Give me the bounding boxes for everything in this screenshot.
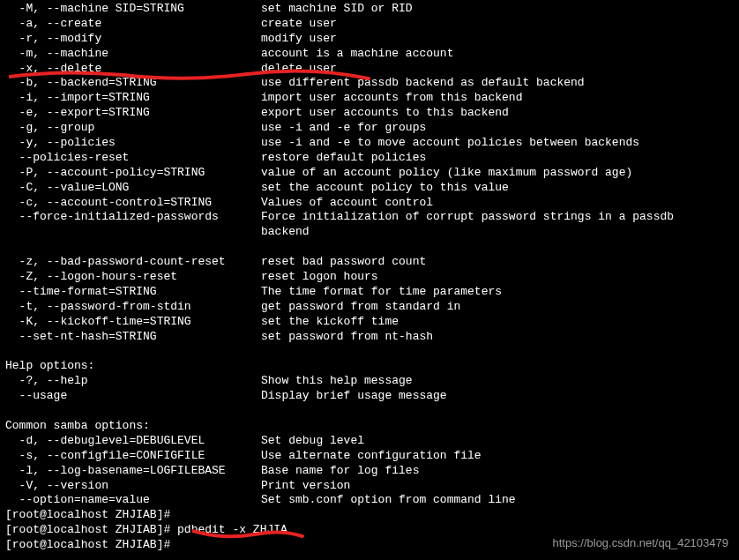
- option-description: restore default policies: [261, 151, 426, 166]
- option-description: set the account policy to this value: [261, 181, 509, 196]
- common-options-header: Common samba options:: [5, 419, 739, 434]
- option-flag: -V, --version: [5, 479, 261, 494]
- option-description: use -i and -e to move account policies b…: [261, 136, 639, 151]
- option-line: -P, --account-policy=STRINGvalue of an a…: [5, 166, 739, 181]
- option-description: Set smb.conf option from command line: [261, 493, 516, 508]
- option-flag: --policies-reset: [5, 151, 261, 166]
- common-options-block: -d, --debuglevel=DEBUGLEVELSet debug lev…: [5, 434, 739, 508]
- help-options-header: Help options:: [5, 359, 739, 374]
- option-description: reset bad password count: [261, 255, 426, 270]
- option-line: -M, --machine SID=STRINGset machine SID …: [5, 2, 739, 17]
- option-description: Display brief usage message: [261, 389, 447, 404]
- option-line: -e, --export=STRINGexport user accounts …: [5, 106, 739, 121]
- option-description: reset logon hours: [261, 270, 378, 285]
- options-block: -M, --machine SID=STRINGset machine SID …: [5, 2, 739, 344]
- option-flag: [5, 240, 261, 255]
- option-line: -r, --modifymodify user: [5, 32, 739, 47]
- option-description: set the kickoff time: [261, 315, 399, 330]
- option-description: Use alternate configuration file: [261, 449, 481, 464]
- option-line: -K, --kickoff-time=STRINGset the kickoff…: [5, 315, 739, 330]
- option-description: Set debug level: [261, 434, 364, 449]
- option-line: -d, --debuglevel=DEBUGLEVELSet debug lev…: [5, 434, 739, 449]
- option-line: --set-nt-hash=STRINGset password from nt…: [5, 330, 739, 345]
- option-line: --option=name=valueSet smb.conf option f…: [5, 493, 739, 508]
- shell-prompt-line[interactable]: [root@localhost ZHJIAB]#: [5, 508, 739, 523]
- option-line: -i, --import=STRINGimport user accounts …: [5, 91, 739, 106]
- option-description: create user: [261, 17, 337, 32]
- option-line: --time-format=STRINGThe time format for …: [5, 285, 739, 300]
- option-flag: --usage: [5, 389, 261, 404]
- option-flag: -m, --machine: [5, 47, 261, 62]
- option-flag: -i, --import=STRING: [5, 91, 261, 106]
- option-flag: -e, --export=STRING: [5, 106, 261, 121]
- option-line: -t, --password-from-stdinget password fr…: [5, 300, 739, 315]
- option-description: get password from standard in: [261, 300, 460, 315]
- blank-line: [5, 404, 739, 419]
- option-flag: -d, --debuglevel=DEBUGLEVEL: [5, 434, 261, 449]
- option-description: use -i and -e for groups: [261, 121, 426, 136]
- option-description: Print version: [261, 479, 350, 494]
- option-line: -?, --helpShow this help message: [5, 374, 739, 389]
- option-description: export user accounts to this backend: [261, 106, 509, 121]
- option-line: -s, --configfile=CONFIGFILEUse alternate…: [5, 449, 739, 464]
- option-flag: -K, --kickoff-time=STRING: [5, 315, 261, 330]
- watermark-text: https://blog.csdn.net/qq_42103479: [553, 536, 729, 551]
- option-flag: --force-initialized-passwords: [5, 210, 261, 225]
- option-description: Values of account control: [261, 196, 433, 211]
- option-line: --policies-resetrestore default policies: [5, 151, 739, 166]
- option-line: -c, --account-control=STRINGValues of ac…: [5, 196, 739, 211]
- option-description: Base name for log files: [261, 464, 419, 479]
- option-flag: -z, --bad-password-count-reset: [5, 255, 261, 270]
- option-flag: -P, --account-policy=STRING: [5, 166, 261, 181]
- option-description: backend: [261, 225, 310, 240]
- option-description: The time format for time parameters: [261, 285, 502, 300]
- option-line: -g, --groupuse -i and -e for groups: [5, 121, 739, 136]
- option-flag: -l, --log-basename=LOGFILEBASE: [5, 464, 261, 479]
- option-description: Force initialization of corrupt password…: [261, 210, 674, 225]
- option-flag: --option=name=value: [5, 493, 261, 508]
- option-line: --usageDisplay brief usage message: [5, 389, 739, 404]
- option-line: -x, --deletedelete user: [5, 62, 739, 77]
- option-flag: -t, --password-from-stdin: [5, 300, 261, 315]
- option-flag: [5, 225, 261, 240]
- option-description: account is a machine account: [261, 47, 453, 62]
- blank-line: [5, 344, 739, 359]
- option-line: -Z, --logon-hours-resetreset logon hours: [5, 270, 739, 285]
- option-flag: -s, --configfile=CONFIGFILE: [5, 449, 261, 464]
- option-flag: -C, --value=LONG: [5, 181, 261, 196]
- option-flag: -a, --create: [5, 17, 261, 32]
- option-line: [5, 240, 739, 255]
- option-line: backend: [5, 225, 739, 240]
- option-line: -C, --value=LONGset the account policy t…: [5, 181, 739, 196]
- help-options-block: -?, --helpShow this help message --usage…: [5, 374, 739, 404]
- option-line: -V, --versionPrint version: [5, 479, 739, 494]
- option-description: use different passdb backend as default …: [261, 76, 585, 91]
- option-description: value of an account policy (like maximum…: [261, 166, 632, 181]
- option-description: import user accounts from this backend: [261, 91, 522, 106]
- option-flag: -b, --backend=STRING: [5, 76, 261, 91]
- option-flag: --set-nt-hash=STRING: [5, 330, 261, 345]
- option-description: delete user: [261, 62, 337, 77]
- option-description: Show this help message: [261, 374, 413, 389]
- option-line: -m, --machineaccount is a machine accoun…: [5, 47, 739, 62]
- option-line: -l, --log-basename=LOGFILEBASEBase name …: [5, 464, 739, 479]
- option-flag: --time-format=STRING: [5, 285, 261, 300]
- option-description: modify user: [261, 32, 337, 47]
- option-description: set password from nt-hash: [261, 330, 433, 345]
- option-line: -y, --policiesuse -i and -e to move acco…: [5, 136, 739, 151]
- option-flag: -y, --policies: [5, 136, 261, 151]
- option-flag: -Z, --logon-hours-reset: [5, 270, 261, 285]
- option-flag: -g, --group: [5, 121, 261, 136]
- option-flag: -x, --delete: [5, 62, 261, 77]
- option-line: -a, --createcreate user: [5, 17, 739, 32]
- option-flag: -M, --machine SID=STRING: [5, 2, 261, 17]
- option-line: -z, --bad-password-count-resetreset bad …: [5, 255, 739, 270]
- option-flag: -?, --help: [5, 374, 261, 389]
- option-line: --force-initialized-passwordsForce initi…: [5, 210, 739, 225]
- option-flag: -c, --account-control=STRING: [5, 196, 261, 211]
- option-description: set machine SID or RID: [261, 2, 413, 17]
- option-line: -b, --backend=STRINGuse different passdb…: [5, 76, 739, 91]
- option-flag: -r, --modify: [5, 32, 261, 47]
